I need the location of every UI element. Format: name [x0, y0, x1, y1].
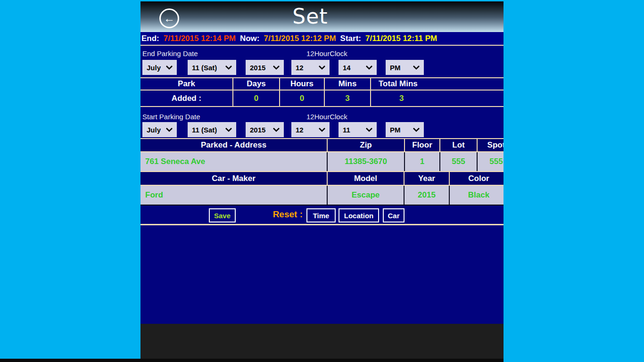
- total-mins-header: Total Mins: [371, 78, 504, 90]
- start-time-label: Start:: [340, 34, 361, 43]
- zip-header: Zip: [327, 139, 405, 152]
- floor-value: 1: [405, 152, 440, 172]
- floor-header: Floor: [405, 139, 440, 152]
- reset-label: Reset :: [254, 209, 303, 220]
- now-time-label: Now:: [240, 34, 260, 43]
- zip-value: 11385-3670: [327, 152, 405, 172]
- end-clock-label: 12HourClock: [306, 49, 347, 58]
- spot-value: 555: [477, 152, 504, 172]
- end-hour-dropdown[interactable]: 12: [291, 60, 330, 75]
- end-month-dropdown[interactable]: July: [142, 60, 177, 75]
- start-clock-label: 12HourClock: [306, 113, 347, 121]
- end-parking-date-label: End Parking Date: [142, 49, 198, 58]
- end-day-dropdown[interactable]: 11 (Sat): [188, 60, 236, 75]
- mins-header: Mins: [324, 78, 371, 90]
- start-date-dropdowns: July 11 (Sat) 2015 12 11 PM: [140, 122, 504, 137]
- model-value: Escape: [327, 185, 404, 205]
- start-time-value: 7/11/2015 12:11 PM: [365, 34, 437, 43]
- end-year-dropdown[interactable]: 2015: [246, 60, 284, 75]
- year-value: 2015: [404, 185, 449, 205]
- chevron-down-icon: [319, 128, 325, 132]
- start-ampm-dropdown[interactable]: PM: [386, 122, 424, 137]
- actions-row: Save Reset : Time Location Car: [140, 206, 504, 225]
- start-month-dropdown[interactable]: July: [142, 122, 177, 137]
- model-header: Model: [327, 172, 404, 185]
- dropdown-value: July: [147, 126, 161, 134]
- end-time-label: End:: [141, 34, 159, 43]
- dropdown-value: 2015: [250, 64, 265, 72]
- start-day-dropdown[interactable]: 11 (Sat): [188, 122, 236, 137]
- parked-address-header: Parked - Address: [140, 139, 327, 152]
- chevron-down-icon: [225, 128, 232, 132]
- chevron-down-icon: [413, 66, 420, 70]
- reset-car-button[interactable]: Car: [383, 208, 405, 222]
- park-table-header-row: Park Days Hours Mins Total Mins: [140, 78, 504, 90]
- end-minute-dropdown[interactable]: 14: [339, 60, 377, 75]
- park-header: Park: [140, 78, 233, 90]
- park-summary-table: Park Days Hours Mins Total Mins Added : …: [140, 77, 504, 107]
- chevron-down-icon: [225, 66, 232, 70]
- start-parking-date-label: Start Parking Date: [142, 113, 200, 121]
- dropdown-value: 11: [343, 126, 350, 134]
- end-time-value: 7/11/2015 12:14 PM: [164, 34, 236, 43]
- start-hour-dropdown[interactable]: 12: [291, 122, 330, 137]
- lot-header: Lot: [440, 139, 477, 152]
- chevron-down-icon: [366, 128, 372, 132]
- dropdown-value: 2015: [250, 126, 265, 134]
- car-maker-value: Ford: [140, 185, 327, 205]
- end-ampm-dropdown[interactable]: PM: [386, 60, 424, 75]
- chevron-down-icon: [319, 66, 325, 70]
- page-title: Set: [140, 4, 480, 28]
- chevron-down-icon: [413, 128, 420, 132]
- start-year-dropdown[interactable]: 2015: [246, 122, 284, 137]
- added-label: Added :: [140, 90, 233, 107]
- dropdown-value: 11 (Sat): [192, 64, 217, 72]
- reset-location-button[interactable]: Location: [339, 208, 379, 222]
- added-mins-value: 3: [324, 90, 371, 107]
- app-header: ← Set: [140, 1, 504, 32]
- main-panel: End Parking Date 12HourClock July 11 (Sa…: [140, 45, 504, 324]
- address-table-header-row: Parked - Address Zip Floor Lot Spot: [140, 139, 504, 152]
- address-value: 761 Seneca Ave: [140, 152, 327, 172]
- added-total-mins-value: 3: [371, 90, 504, 107]
- chevron-down-icon: [366, 66, 372, 70]
- end-date-dropdowns: July 11 (Sat) 2015 12 14 PM: [140, 60, 504, 75]
- dropdown-value: 14: [343, 64, 351, 72]
- car-maker-header: Car - Maker: [140, 172, 327, 185]
- car-table: Car - Maker Model Year Color Ford Escape…: [140, 172, 504, 206]
- hours-header: Hours: [280, 78, 324, 90]
- dropdown-value: PM: [390, 64, 401, 72]
- color-header: Color: [449, 172, 504, 185]
- park-added-row: Added : 0 0 3 3: [140, 90, 504, 107]
- end-section-labels: End Parking Date 12HourClock: [140, 46, 504, 60]
- chevron-down-icon: [273, 128, 280, 132]
- car-data-row: Ford Escape 2015 Black: [140, 185, 504, 205]
- color-value: Black: [449, 185, 504, 205]
- dropdown-value: July: [147, 64, 161, 72]
- now-time-value: 7/11/2015 12:12 PM: [264, 34, 336, 43]
- chevron-down-icon: [166, 128, 173, 132]
- added-days-value: 0: [233, 90, 280, 107]
- dropdown-value: 12: [296, 64, 304, 72]
- reset-time-button[interactable]: Time: [306, 208, 336, 222]
- parked-address-table: Parked - Address Zip Floor Lot Spot 761 …: [140, 138, 504, 172]
- app-window: ← Set End: 7/11/2015 12:14 PM Now: 7/11/…: [140, 0, 504, 362]
- status-bar: End: 7/11/2015 12:14 PM Now: 7/11/2015 1…: [140, 32, 504, 45]
- dropdown-value: 11 (Sat): [192, 126, 217, 134]
- dropdown-value: PM: [390, 126, 401, 134]
- start-minute-dropdown[interactable]: 11: [339, 122, 377, 137]
- chevron-down-icon: [166, 66, 173, 70]
- footer-panel: [140, 324, 504, 362]
- days-header: Days: [233, 78, 280, 90]
- chevron-down-icon: [273, 66, 280, 70]
- start-section-labels: Start Parking Date 12HourClock: [140, 109, 504, 122]
- added-hours-value: 0: [280, 90, 324, 107]
- bottom-edge-strip: [0, 359, 504, 362]
- car-table-header-row: Car - Maker Model Year Color: [140, 172, 504, 185]
- spot-header: Spot: [477, 139, 504, 152]
- year-header: Year: [404, 172, 449, 185]
- lot-value: 555: [440, 152, 477, 172]
- address-data-row: 761 Seneca Ave 11385-3670 1 555 555: [140, 152, 504, 172]
- dropdown-value: 12: [296, 126, 304, 134]
- save-button[interactable]: Save: [209, 208, 236, 222]
